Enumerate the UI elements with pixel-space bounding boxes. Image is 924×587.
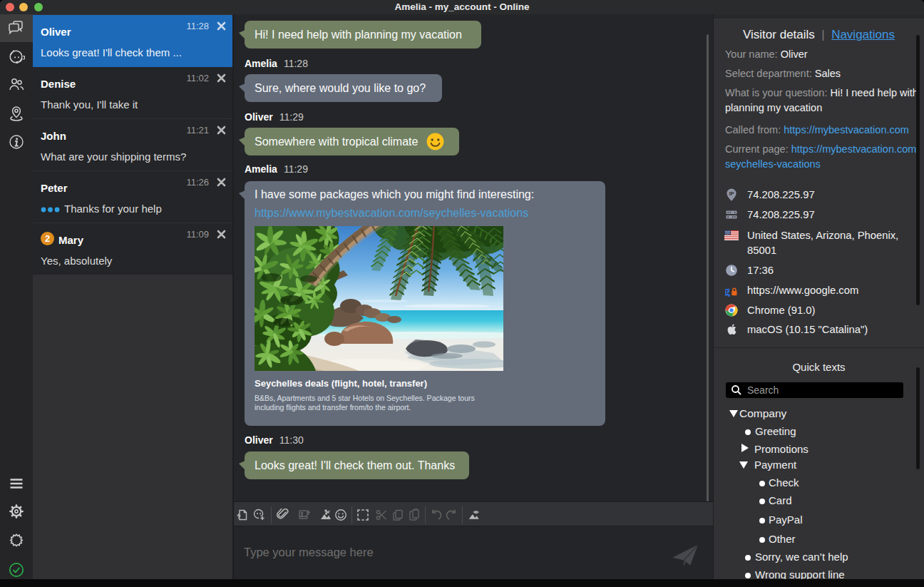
svg-text:IP: IP	[729, 190, 734, 197]
svg-text:g: g	[725, 284, 730, 297]
